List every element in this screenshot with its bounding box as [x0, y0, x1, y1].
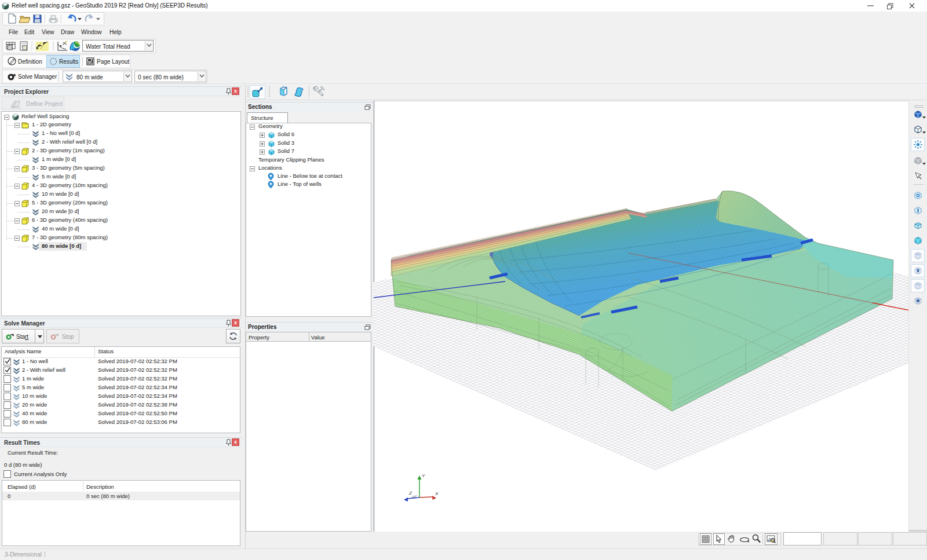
svg-text:X: X [435, 491, 439, 496]
svg-text:Y: Y [422, 473, 425, 478]
